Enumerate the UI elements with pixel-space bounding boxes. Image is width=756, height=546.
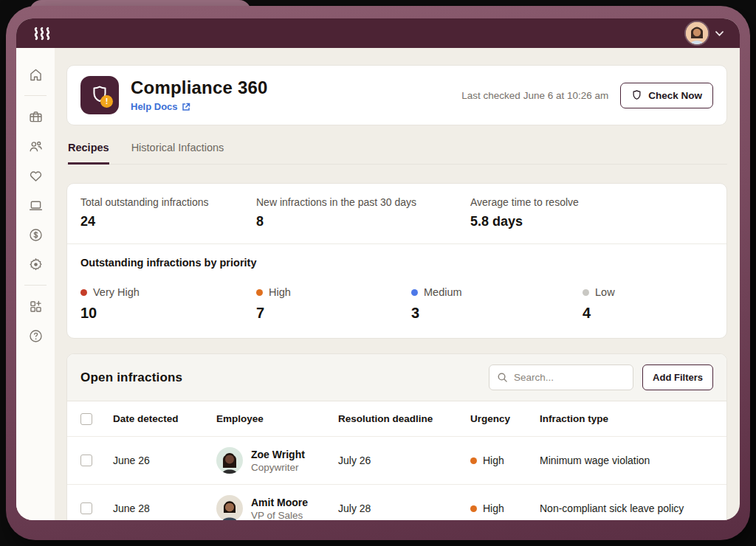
table-row[interactable]: June 26	[67, 436, 726, 484]
sidebar-item-laptop[interactable]	[21, 190, 49, 220]
chevron-down-icon[interactable]	[715, 31, 724, 36]
search-input[interactable]	[514, 372, 625, 383]
employee-name: Zoe Wright	[251, 449, 305, 460]
table-row[interactable]: June 28	[67, 484, 726, 520]
search-icon	[497, 372, 508, 383]
app-window: ! Compliance 360 Help Docs Last checked …	[16, 18, 740, 520]
open-infractions-card: Open infractions Add Filters	[66, 353, 727, 520]
sidebar-item-home[interactable]	[21, 60, 49, 89]
priority-low: Low 4	[583, 286, 713, 322]
sidebar-item-dollar[interactable]	[21, 220, 49, 249]
external-link-icon	[182, 103, 190, 111]
main-content: ! Compliance 360 Help Docs Last checked …	[55, 48, 740, 520]
briefcase-icon	[28, 109, 44, 125]
urgency-dot	[470, 457, 477, 464]
help-icon	[28, 328, 44, 344]
urgency-dot	[470, 505, 477, 512]
avatar	[216, 495, 243, 520]
device-frame: ! Compliance 360 Help Docs Last checked …	[6, 6, 750, 540]
app-header-card: ! Compliance 360 Help Docs Last checked …	[66, 65, 727, 125]
sidebar-item-help[interactable]	[21, 321, 49, 350]
compliance-shield-icon: !	[80, 76, 119, 114]
check-now-button[interactable]: Check Now	[620, 83, 713, 108]
home-icon	[28, 67, 44, 83]
tab-bar: Recipes Historical Infactions	[66, 142, 727, 165]
add-filters-button[interactable]: Add Filters	[642, 364, 713, 390]
sidebar	[16, 48, 55, 520]
row-checkbox[interactable]	[80, 455, 92, 466]
priority-very-high: Very High 10	[80, 286, 256, 322]
laptop-icon	[28, 198, 44, 213]
select-all-checkbox[interactable]	[80, 413, 92, 425]
sidebar-item-settings[interactable]	[21, 249, 49, 279]
search-box[interactable]	[489, 364, 633, 390]
people-icon	[28, 139, 44, 154]
gear-icon	[28, 257, 44, 272]
table-header-row: Date detected Employee Resolution deadli…	[67, 401, 726, 436]
stats-card: Total outstanding infractions 24 New inf…	[66, 183, 727, 339]
user-menu[interactable]	[686, 22, 724, 44]
user-avatar[interactable]	[686, 22, 708, 44]
priority-high: High 7	[256, 286, 411, 322]
avatar	[216, 447, 243, 474]
high-dot	[256, 289, 263, 296]
tab-historical-infactions[interactable]: Historical Infactions	[131, 142, 224, 165]
priority-medium: Medium 3	[411, 286, 583, 322]
help-docs-link[interactable]: Help Docs	[131, 101, 190, 112]
employee-name: Amit Moore	[251, 497, 308, 508]
rippling-logo-icon	[32, 27, 53, 41]
last-checked-text: Last checked June 6 at 10:26 am	[461, 90, 608, 101]
very-high-dot	[80, 289, 87, 296]
low-dot	[583, 289, 589, 296]
stat-avg-resolve: Average time to resolve 5.8 days	[470, 196, 713, 229]
priority-title: Outstanding infractions by priority	[80, 257, 713, 269]
tab-recipes[interactable]: Recipes	[68, 142, 109, 165]
open-infractions-title: Open infractions	[80, 370, 182, 385]
employee-role: Copywriter	[251, 462, 305, 473]
sidebar-item-apps[interactable]	[21, 291, 49, 321]
dollar-icon	[28, 227, 44, 243]
employee-role: VP of Sales	[251, 510, 308, 521]
sidebar-item-people[interactable]	[21, 131, 49, 161]
priority-section: Outstanding infractions by priority Very…	[67, 244, 726, 338]
sidebar-divider	[24, 95, 47, 96]
sidebar-item-briefcase[interactable]	[21, 102, 49, 131]
sidebar-item-heart[interactable]	[21, 161, 49, 190]
sidebar-divider	[24, 285, 47, 286]
stat-new-30-days: New infractions in the past 30 days 8	[256, 196, 470, 229]
apps-icon	[28, 299, 44, 314]
heart-icon	[28, 168, 44, 184]
stat-total-outstanding: Total outstanding infractions 24	[80, 196, 256, 229]
row-checkbox[interactable]	[80, 502, 92, 514]
page-title: Compliance 360	[131, 77, 450, 98]
shield-icon	[631, 89, 642, 102]
alert-badge: !	[100, 95, 113, 108]
topbar	[16, 18, 740, 48]
medium-dot	[411, 289, 418, 296]
